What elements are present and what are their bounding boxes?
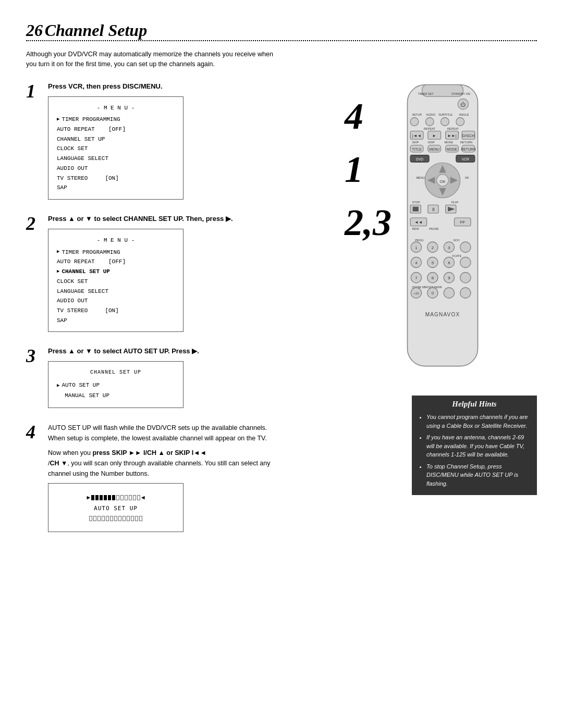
hint-item-2: If you have an antenna, channels 2-69 wi… [426,433,530,459]
menu2-item-clockset: CLOCK SET [57,277,175,287]
right-column: 4 1 2,3 TIMER SET STANDBY ON ⏻ SETUP AUD… [297,82,537,547]
svg-point-72 [460,242,471,252]
menu2-item-timer: TIMER PROGRAMMING [57,248,175,257]
svg-text:DVD: DVD [416,157,423,161]
menu2-item-audioout: AUDIO OUT [57,296,175,306]
step-2-instruction: Press ▲ or ▼ to select CHANNEL SET UP. T… [48,214,297,224]
svg-text:MODE: MODE [444,141,453,144]
menu2-item-autorepeat: AUTO REPEAT [OFF] [57,257,175,267]
step-1-instruction: Press VCR, then press DISC/MENU. [48,82,297,91]
svg-text:►: ► [432,133,436,138]
step-3: 3 Press ▲ or ▼ to select AUTO SET UP. Pr… [26,347,297,408]
svg-text:TIMER SET: TIMER SET [418,92,434,95]
menu2-item-langselect: LANGUAGE SELECT [57,287,175,297]
svg-text:REPEAT: REPEAT [424,127,436,130]
svg-text:TITLE: TITLE [412,147,422,151]
svg-text:REW: REW [412,227,420,230]
svg-text:RETURN: RETURN [461,147,475,151]
helpful-hints-box: Helpful Hints You cannot program channel… [412,396,537,495]
svg-point-11 [425,117,434,126]
svg-text:FF: FF [460,220,465,225]
menu-item-tvstereo: TV STEREO [ON] [57,174,175,183]
svg-text:2: 2 [432,245,434,250]
svg-point-87 [460,272,471,282]
menu2-item-sap: SAP [57,316,175,326]
svg-text:REPEAT: REPEAT [447,127,459,130]
step-4: 4 AUTO SET UP will flash while the DVD/V… [26,423,297,532]
svg-text:SKIP: SKIP [412,141,419,144]
svg-point-80 [460,257,471,267]
label-1: 1 [345,151,391,188]
progress-bar-2 [89,516,142,521]
svg-point-94 [460,287,471,298]
svg-text:OK: OK [439,179,446,183]
svg-text:3: 3 [448,245,450,250]
svg-point-12 [441,117,449,126]
hints-list: You cannot program channels if you are u… [419,413,530,488]
svg-text:MAGNAVOX: MAGNAVOX [425,312,460,317]
progress-arrow-left: ▶ [87,494,90,501]
svg-text:STANDBY ON: STANDBY ON [451,92,470,95]
svg-text:PLAY: PLAY [451,200,459,203]
channel-item-manual: MANUAL SET UP [57,391,175,401]
menu-item-timer: TIMER PROGRAMMING [57,115,175,125]
step-1: 1 Press VCR, then press DISC/MENU. - M E… [26,82,297,200]
svg-text:8: 8 [432,276,434,280]
step-2-menu: - M E N U - TIMER PROGRAMMING AUTO REPEA… [48,229,183,332]
svg-text:ANGLE: ANGLE [459,113,469,116]
remote-control: TIMER SET STANDBY ON ⏻ SETUP AUDIO SUBTI… [396,82,489,375]
menu-2-title: - M E N U - [57,236,175,245]
svg-text:5: 5 [432,260,434,265]
menu-1-title: - M E N U - [57,103,175,113]
menu-item-audioout: AUDIO OUT [57,164,175,174]
svg-text:PROG: PROG [415,239,424,242]
hints-title: Helpful Hints [419,400,530,409]
page-title: 26 Channel Setup [26,21,537,40]
svg-text:►►|: ►►| [447,133,457,138]
step-number-1: 1 [26,82,42,101]
svg-text:RETURN: RETURN [460,141,472,144]
svg-text:◄◄: ◄◄ [414,220,423,225]
menu-item-channelsetup: CHANNEL SET UP [57,134,175,144]
autosetup-label: AUTO SET UP [94,505,138,512]
svg-text:SETUP: SETUP [412,113,422,116]
remote-section: 4 1 2,3 TIMER SET STANDBY ON ⏻ SETUP AUD… [345,82,489,375]
svg-text:⏸: ⏸ [431,206,436,212]
step-1-content: Press VCR, then press DISC/MENU. - M E N… [48,82,297,200]
svg-text:OK: OK [465,176,469,179]
menu2-item-channelsetup: CHANNEL SET UP [57,267,175,277]
svg-text:0: 0 [432,291,434,295]
step4-text2: Now when you press SKIP ►► I/CH ▲ or SKI… [48,448,272,479]
menu-item-autorepeat: AUTO REPEAT [OFF] [57,125,175,134]
step-2-content: Press ▲ or ▼ to select CHANNEL SET UP. T… [48,214,297,332]
step-3-instruction: Press ▲ or ▼ to select AUTO SET UP. Pres… [48,347,297,356]
svg-text:AUDIO: AUDIO [426,113,436,116]
svg-text:⏻: ⏻ [460,102,466,107]
svg-text:D/SCH: D/SCH [462,133,475,138]
autosetup-box: ▶ ◀ AUTO SE [48,483,183,532]
svg-text:MENU: MENU [416,176,425,179]
svg-text:DISP: DISP [428,141,435,144]
progress-bar: ▶ ◀ [87,494,144,501]
svg-text:MODE: MODE [447,147,458,151]
menu-item-clockset: CLOCK SET [57,144,175,154]
step4-text1: AUTO SET UP will flash while the DVD/VCR… [48,423,272,443]
menu2-item-tvstereo: TV STEREO [ON] [57,306,175,316]
left-column: 1 Press VCR, then press DISC/MENU. - M E… [26,82,297,547]
label-23: 2,3 [345,204,391,241]
hint-item-3: To stop Channel Setup, press DISC/MENU w… [426,462,530,488]
svg-text:4: 4 [415,260,418,265]
svg-text:PAUSE: PAUSE [429,227,439,230]
svg-text:7: 7 [415,276,417,280]
step-4-content: AUTO SET UP will flash while the DVD/VCR… [48,423,297,532]
svg-text:6: 6 [448,260,450,265]
svg-text:SUBTITLE: SUBTITLE [438,113,452,116]
svg-text:+10: +10 [413,291,419,295]
step-3-content: Press ▲ or ▼ to select AUTO SET UP. Pres… [48,347,297,408]
menu-item-langselect: LANGUAGE SELECT [57,154,175,164]
svg-text:STOP: STOP [412,200,420,203]
channel-item-auto: AUTO SET UP [57,380,175,391]
intro-text: Although your DVD/VCR may automatically … [26,50,276,69]
svg-text:|◄◄: |◄◄ [412,133,422,138]
main-layout: 1 Press VCR, then press DISC/MENU. - M E… [26,82,537,547]
